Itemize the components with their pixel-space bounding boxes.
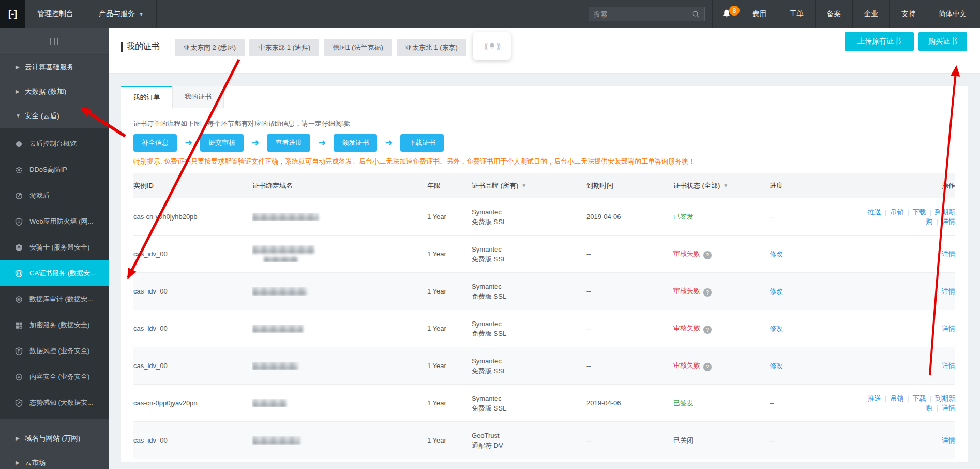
sidebar-item-2[interactable]: DDoS高防IP: [0, 157, 109, 183]
sidebar-item-9[interactable]: 数据风控 (业务安全): [0, 338, 109, 364]
workflow-step-3[interactable]: 查看进度: [267, 134, 310, 152]
sidebar-item-6-active[interactable]: CA证书服务 (数据安...: [0, 260, 109, 286]
sidebar-group-top-2[interactable]: ▶大数据 (数加): [0, 79, 109, 104]
masked-domain: [252, 287, 307, 296]
progress-modify-link[interactable]: 修改: [770, 362, 783, 370]
tab-2[interactable]: 我的证书: [172, 86, 224, 108]
progress-modify-link[interactable]: 修改: [770, 250, 783, 258]
sidebar-item-8[interactable]: 加密服务 (数据安全): [0, 312, 109, 338]
nav-menu-item-3[interactable]: 备案: [816, 0, 853, 28]
help-icon[interactable]: ?: [703, 251, 712, 259]
nav-menu-item-4[interactable]: 企业: [853, 0, 890, 28]
announcement-pill[interactable]: (( )): [473, 32, 511, 60]
region-chip-4[interactable]: 亚太东北 1 (东京): [397, 39, 466, 56]
action-link[interactable]: 详情: [942, 362, 955, 370]
nav-menu-item-2[interactable]: 工单: [778, 0, 816, 28]
search-icon[interactable]: [692, 10, 700, 18]
cell-progress: --: [770, 213, 857, 221]
sidebar: ▶云计算基础服务▶大数据 (数加)▼安全 (云盾) 云盾控制台概览DDoS高防I…: [0, 28, 109, 469]
table-row: cas_idv_001 YearSymantec免费版 SSL--审核失败?修改…: [133, 273, 955, 310]
sidebar-group-bottom-1[interactable]: ▶域名与网站 (万网): [0, 426, 109, 450]
notice-text: 特别提示: 免费证书只要按要求配置验证文件正确，系统就可自动完成签发。后台小二无…: [133, 157, 955, 166]
top-navbar: [-] 管理控制台 产品与服务 ▼ 8 费用工单备案企业支持简体中文: [0, 0, 980, 28]
help-icon[interactable]: ?: [703, 326, 712, 334]
sidebar-item-7[interactable]: 数据库审计 (数据安...: [0, 286, 109, 312]
gear-icon: [14, 166, 23, 174]
help-icon[interactable]: ?: [703, 363, 712, 371]
sidebar-item-5[interactable]: 安骑士 (服务器安全): [0, 234, 109, 260]
buy-certificate-button[interactable]: 购买证书: [918, 32, 967, 51]
sidebar-item-label: 游戏盾: [29, 191, 50, 200]
sidebar-item-1[interactable]: 云盾控制台概览: [0, 131, 109, 157]
help-icon[interactable]: ?: [703, 288, 712, 297]
brand-name: Symantec: [472, 244, 586, 254]
aliyun-logo-icon[interactable]: [-]: [0, 0, 25, 28]
notification-bell-cell[interactable]: 8: [712, 0, 741, 28]
region-chip-1[interactable]: 亚太东南 2 (悉尼): [175, 39, 245, 56]
action-link[interactable]: 推送: [868, 394, 881, 402]
sidebar-group-bottom-2[interactable]: ▶云市场: [0, 450, 109, 469]
cell-progress: --: [770, 399, 857, 407]
action-link[interactable]: 吊销: [890, 394, 903, 402]
nav-menu-item-1[interactable]: 费用: [741, 0, 778, 28]
content-card: 我的订单我的证书 证书订单的流程如下图，每个环节都有对应的帮助信息，请一定仔细阅…: [121, 86, 968, 462]
column-header-6[interactable]: 证书状态 (全部)▼: [673, 181, 770, 190]
sidebar-item-10[interactable]: 内容安全 (业务安全): [0, 364, 109, 390]
region-chip-3[interactable]: 德国1 (法兰克福): [324, 39, 392, 56]
cell-instance-id: cas_idv_00: [133, 436, 252, 444]
cell-years: 1 Year: [427, 362, 472, 370]
sidebar-item-label: 数据库审计 (数据安...: [29, 295, 93, 304]
cell-years: 1 Year: [427, 436, 472, 444]
action-link[interactable]: 下载: [913, 208, 926, 216]
sidebar-item-11[interactable]: 态势感知 (大数据安...: [0, 390, 109, 416]
table-row: cas_idv_001 YearSymantec免费版 SSL--审核失败?修改…: [133, 347, 955, 385]
region-chip-2[interactable]: 中东东部 1 (迪拜): [249, 39, 319, 56]
nav-menu-item-5[interactable]: 支持: [890, 0, 927, 28]
nav-products-services[interactable]: 产品与服务 ▼: [86, 0, 157, 28]
sidebar-item-label: CA证书服务 (数据安...: [29, 269, 96, 278]
action-link[interactable]: 详情: [942, 436, 955, 444]
sidebar-item-label: 数据风控 (业务安全): [29, 346, 89, 356]
nav-console[interactable]: 管理控制台: [25, 0, 86, 28]
cell-status: 审核失败?: [673, 249, 770, 259]
progress-modify-link[interactable]: 修改: [770, 325, 783, 332]
search-input[interactable]: [594, 10, 692, 18]
table-body: cas-cn-v0h0jyhb20pb1 YearSymantec免费版 SSL…: [133, 198, 955, 459]
action-separator: |: [885, 394, 886, 402]
action-link[interactable]: 下载: [913, 394, 926, 402]
tab-1-active[interactable]: 我的订单: [121, 86, 173, 108]
action-separator: |: [907, 394, 909, 402]
action-link[interactable]: 详情: [942, 404, 955, 412]
navbar-menu: 费用工单备案企业支持简体中文: [741, 0, 980, 28]
workflow-step-4[interactable]: 颁发证书: [334, 134, 377, 152]
cell-actions: 推送|吊销|下载|到期新购|详情: [857, 208, 955, 226]
sidebar-item-4[interactable]: Web应用防火墙 (网...: [0, 209, 109, 234]
cell-expire-date: --: [586, 325, 673, 332]
upload-certificate-button[interactable]: 上传原有证书: [845, 32, 914, 51]
action-link[interactable]: 详情: [942, 325, 955, 332]
column-header-4[interactable]: 证书品牌 (所有)▼: [472, 181, 586, 190]
cell-domain: [252, 325, 427, 333]
action-link[interactable]: 吊销: [890, 208, 903, 216]
workflow-step-2[interactable]: 提交审核: [200, 134, 244, 152]
progress-modify-link[interactable]: 修改: [770, 287, 783, 295]
action-link[interactable]: 详情: [942, 287, 955, 295]
action-link[interactable]: 详情: [942, 217, 955, 225]
cell-expire-date: --: [586, 362, 673, 370]
filter-caret-icon[interactable]: ▼: [521, 183, 526, 188]
sidebar-collapse-icon[interactable]: [0, 28, 109, 55]
cell-instance-id: cas_idv_00: [133, 362, 252, 370]
filter-caret-icon[interactable]: ▼: [723, 183, 728, 188]
sidebar-group-top-3[interactable]: ▼安全 (云盾): [0, 104, 109, 128]
action-link[interactable]: 详情: [942, 250, 955, 258]
sidebar-group-top-1[interactable]: ▶云计算基础服务: [0, 55, 109, 79]
nav-menu-item-6[interactable]: 简体中文: [927, 0, 980, 28]
status-badge: 审核失败: [673, 250, 700, 257]
status-badge: 审核失败: [673, 361, 700, 369]
sidebar-item-3[interactable]: 游戏盾: [0, 183, 109, 209]
action-link[interactable]: 推送: [868, 208, 881, 216]
cell-years: 1 Year: [427, 213, 472, 221]
workflow-step-5[interactable]: 下载证书: [400, 134, 444, 152]
workflow-step-1[interactable]: 补全信息: [133, 134, 177, 152]
cell-years: 1 Year: [427, 250, 472, 258]
